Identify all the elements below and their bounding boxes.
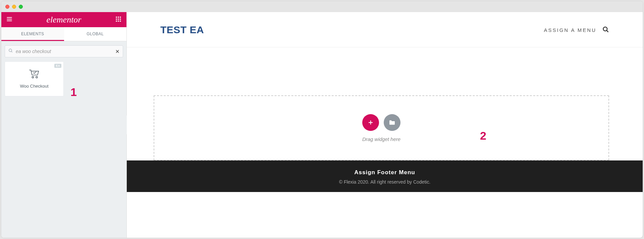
tab-elements[interactable]: ELEMENTS (1, 27, 64, 41)
widget-label: Woo Checkout (20, 84, 48, 89)
clear-search-icon[interactable]: × (115, 48, 119, 55)
header-menu-area: ASSIGN A MENU (544, 26, 609, 34)
svg-rect-3 (116, 16, 117, 17)
window-minimize-button[interactable] (12, 5, 16, 9)
add-template-button[interactable] (384, 114, 400, 131)
svg-rect-9 (116, 20, 117, 21)
tab-global[interactable]: GLOBAL (64, 27, 127, 41)
widget-woo-checkout[interactable]: EA Woo Checkout (5, 61, 64, 96)
site-footer: Assign Footer Menu © Flexia 2020. All ri… (127, 160, 643, 192)
annotation-2: 2 (480, 129, 486, 142)
svg-point-16 (603, 27, 607, 31)
svg-line-17 (607, 30, 608, 32)
sidebar-tabs: ELEMENTS GLOBAL (1, 27, 126, 41)
window-close-button[interactable] (5, 5, 9, 9)
drop-zone-text: Drag widget here (362, 136, 400, 142)
sidebar-header: elementor (1, 12, 126, 27)
footer-copyright: © Flexia 2020. All right reserved by Cod… (127, 179, 643, 185)
drop-zone[interactable]: Drag widget here (154, 95, 609, 160)
svg-point-12 (9, 49, 12, 52)
drop-zone-buttons (362, 114, 400, 131)
assign-menu-link[interactable]: ASSIGN A MENU (544, 27, 596, 33)
site-header: TEST EA ASSIGN A MENU (127, 12, 643, 47)
header-search-icon[interactable] (602, 26, 609, 34)
svg-line-13 (11, 51, 12, 52)
svg-rect-7 (118, 18, 119, 19)
elementor-sidebar: elementor ELEMENTS GLOBAL × EA (1, 12, 127, 238)
cart-check-icon (29, 69, 40, 80)
svg-rect-4 (118, 16, 119, 17)
svg-rect-10 (118, 20, 119, 21)
svg-point-15 (36, 76, 38, 78)
site-title: TEST EA (160, 24, 204, 36)
widget-badge: EA (54, 64, 61, 68)
page-preview: TEST EA ASSIGN A MENU (127, 12, 643, 192)
widget-search: × (5, 45, 123, 57)
search-icon (8, 48, 13, 54)
svg-rect-5 (120, 16, 121, 17)
svg-rect-6 (116, 18, 117, 19)
svg-rect-11 (120, 20, 121, 21)
apps-grid-icon[interactable] (115, 16, 122, 24)
window-titlebar (1, 1, 643, 12)
elementor-logo: elementor (47, 15, 82, 25)
add-section-button[interactable] (362, 114, 379, 131)
footer-menu-link[interactable]: Assign Footer Menu (127, 169, 643, 176)
svg-point-14 (32, 76, 34, 78)
window-maximize-button[interactable] (19, 5, 23, 9)
search-input[interactable] (16, 49, 113, 54)
svg-rect-8 (120, 18, 121, 19)
hamburger-menu-icon[interactable] (6, 16, 13, 24)
annotation-1: 1 (70, 86, 77, 99)
